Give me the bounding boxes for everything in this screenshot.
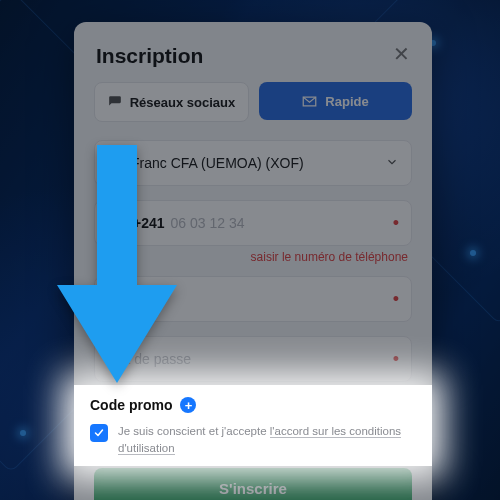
comment-icon: [108, 95, 122, 109]
field-generic[interactable]: •: [94, 276, 412, 322]
svg-rect-0: [109, 160, 121, 168]
required-dot: •: [393, 214, 399, 232]
phone-placeholder: 06 03 12 34: [171, 215, 245, 231]
highlight-strip: Code promo + Je suis conscient et j'acce…: [74, 385, 432, 466]
terms-checkbox[interactable]: [90, 424, 108, 442]
required-dot: •: [393, 290, 399, 308]
tab-rapid-label: Rapide: [325, 94, 368, 109]
tab-social-label: Réseaux sociaux: [130, 95, 236, 110]
promo-label: Code promo: [90, 397, 172, 413]
chevron-down-icon: [385, 155, 399, 172]
password-placeholder: Mot de passe: [107, 351, 191, 367]
tab-rapid[interactable]: Rapide: [259, 82, 412, 120]
modal-title: Inscription: [96, 44, 412, 68]
required-dot: •: [393, 350, 399, 368]
terms-row: Je suis conscient et j'accepte l'accord …: [90, 423, 416, 456]
terms-text: Je suis conscient et j'accepte l'accord …: [118, 423, 416, 456]
terms-prefix: Je suis conscient et j'accepte: [118, 425, 270, 437]
tab-social[interactable]: Réseaux sociaux: [94, 82, 249, 122]
plus-icon[interactable]: +: [180, 397, 196, 413]
close-icon[interactable]: ✕: [393, 44, 410, 64]
promo-row[interactable]: Code promo +: [90, 397, 416, 413]
password-field[interactable]: Mot de passe •: [94, 336, 412, 382]
phone-field[interactable]: +241 06 03 12 34 •: [94, 200, 412, 246]
check-icon: [93, 427, 105, 439]
currency-label: Franc CFA (UEMOA) (XOF): [131, 155, 304, 171]
signup-tabs: Réseaux sociaux Rapide: [94, 82, 412, 122]
currency-icon: [107, 155, 123, 171]
phone-prefix: +241: [133, 215, 165, 231]
submit-label: S'inscrire: [219, 480, 287, 497]
currency-select[interactable]: Franc CFA (UEMOA) (XOF): [94, 140, 412, 186]
gabon-flag-icon: [107, 217, 125, 230]
submit-button[interactable]: S'inscrire: [94, 468, 412, 500]
envelope-icon: [302, 94, 317, 109]
phone-error: saisir le numéro de téléphone: [94, 250, 408, 264]
